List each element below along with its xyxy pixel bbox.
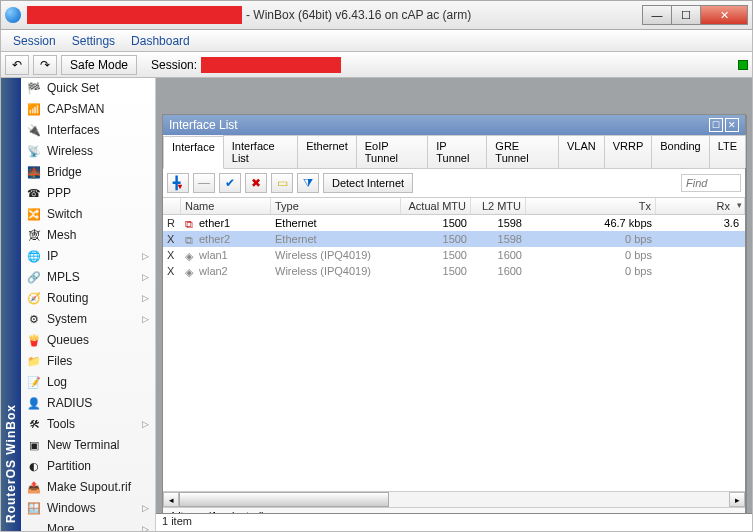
menu-settings[interactable]: Settings (64, 32, 123, 50)
sidebar-item-radius[interactable]: 👤RADIUS (21, 393, 155, 414)
cell-l2-mtu: 1598 (471, 217, 526, 229)
tab-gre-tunnel[interactable]: GRE Tunnel (486, 135, 559, 168)
sidebar-item-wireless[interactable]: 📡Wireless (21, 141, 155, 162)
interface-row[interactable]: X⧉ether2Ethernet150015980 bps (163, 231, 745, 247)
sidebar-label: RADIUS (47, 396, 92, 410)
redo-button[interactable]: ↷ (33, 55, 57, 75)
sidebar-item-bridge[interactable]: 🌉Bridge (21, 162, 155, 183)
comment-button[interactable]: ▭ (271, 173, 293, 193)
tab-eoip-tunnel[interactable]: EoIP Tunnel (356, 135, 428, 168)
tab-ethernet[interactable]: Ethernet (297, 135, 357, 168)
col-l2-mtu[interactable]: L2 MTU (471, 198, 526, 214)
sidebar-item-ppp[interactable]: ☎PPP (21, 183, 155, 204)
col-actual-mtu[interactable]: Actual MTU (401, 198, 471, 214)
panel-title-text: Interface List (169, 118, 238, 132)
sidebar-label: Queues (47, 333, 89, 347)
sidebar-icon: 🌐 (27, 249, 41, 263)
tab-interface-list[interactable]: Interface List (223, 135, 298, 168)
filter-button[interactable]: ⧩ (297, 173, 319, 193)
sidebar-item-tools[interactable]: 🛠Tools▷ (21, 414, 155, 435)
panel-close-button[interactable]: ✕ (725, 118, 739, 132)
sidebar-item-mpls[interactable]: 🔗MPLS▷ (21, 267, 155, 288)
sidebar-icon: 🏁 (27, 81, 41, 95)
sidebar-icon: 🌉 (27, 165, 41, 179)
sidebar-label: Switch (47, 207, 82, 221)
sidebar-icon: 📤 (27, 480, 41, 494)
sidebar-item-queues[interactable]: 🍟Queues (21, 330, 155, 351)
window-maximize-button[interactable]: ☐ (671, 5, 701, 25)
cell-actual-mtu: 1500 (401, 249, 471, 261)
detect-internet-button[interactable]: Detect Internet (323, 173, 413, 193)
interface-row[interactable]: R⧉ether1Ethernet1500159846.7 kbps3.6 (163, 215, 745, 231)
sidebar-label: Partition (47, 459, 91, 473)
sidebar-item-windows[interactable]: 🪟Windows▷ (21, 498, 155, 519)
sidebar-icon: ⚙ (27, 312, 41, 326)
scroll-track[interactable] (179, 492, 729, 507)
col-name[interactable]: Name (181, 198, 271, 214)
window-close-button[interactable]: ✕ (700, 5, 748, 25)
sidebar-item-partition[interactable]: ◐Partition (21, 456, 155, 477)
tab-interface[interactable]: Interface (163, 136, 224, 169)
scroll-right-button[interactable]: ▸ (729, 492, 745, 507)
submenu-arrow-icon: ▷ (142, 503, 149, 513)
undo-button[interactable]: ↶ (5, 55, 29, 75)
sidebar-item-more[interactable]: More▷ (21, 519, 155, 531)
interface-row[interactable]: X◈wlan1Wireless (IPQ4019)150016000 bps (163, 247, 745, 263)
grid-header: Name Type Actual MTU L2 MTU Tx Rx (163, 198, 745, 215)
tab-bonding[interactable]: Bonding (651, 135, 709, 168)
panel-toolbar: ╋▾ — ✔ ✖ ▭ ⧩ Detect Internet (163, 169, 745, 198)
panel-titlebar[interactable]: Interface List ☐ ✕ (163, 115, 745, 135)
sidebar-item-mesh[interactable]: 🕸Mesh (21, 225, 155, 246)
enable-button[interactable]: ✔ (219, 173, 241, 193)
cell-tx: 46.7 kbps (526, 217, 656, 229)
submenu-arrow-icon: ▷ (142, 251, 149, 261)
sidebar-item-files[interactable]: 📁Files (21, 351, 155, 372)
safe-mode-button[interactable]: Safe Mode (61, 55, 137, 75)
cell-l2-mtu: 1600 (471, 265, 526, 277)
sidebar-item-make-supout-rif[interactable]: 📤Make Supout.rif (21, 477, 155, 498)
find-input[interactable] (681, 174, 741, 192)
scroll-left-button[interactable]: ◂ (163, 492, 179, 507)
window-minimize-button[interactable]: — (642, 5, 672, 25)
sidebar-icon: ◐ (27, 459, 41, 473)
horizontal-scrollbar[interactable]: ◂ ▸ (163, 491, 745, 507)
disable-button[interactable]: ✖ (245, 173, 267, 193)
panel-restore-button[interactable]: ☐ (709, 118, 723, 132)
sidebar-item-quick-set[interactable]: 🏁Quick Set (21, 78, 155, 99)
scroll-thumb[interactable] (179, 492, 389, 507)
sidebar-icon: 🕸 (27, 228, 41, 242)
sidebar-label: Bridge (47, 165, 82, 179)
sidebar-item-switch[interactable]: 🔀Switch (21, 204, 155, 225)
tab-ip-tunnel[interactable]: IP Tunnel (427, 135, 487, 168)
remove-button[interactable]: — (193, 173, 215, 193)
col-tx[interactable]: Tx (526, 198, 656, 214)
interface-icon: ◈ (185, 266, 195, 276)
sidebar-label: CAPsMAN (47, 102, 104, 116)
sidebar-icon: 📁 (27, 354, 41, 368)
sidebar-icon: 🔗 (27, 270, 41, 284)
menu-dashboard[interactable]: Dashboard (123, 32, 198, 50)
sidebar-icon: 📝 (27, 375, 41, 389)
sidebar-item-interfaces[interactable]: 🔌Interfaces (21, 120, 155, 141)
col-status[interactable] (163, 198, 181, 214)
menu-session[interactable]: Session (5, 32, 64, 50)
sidebar-icon: 📶 (27, 102, 41, 116)
tab-vlan[interactable]: VLAN (558, 135, 605, 168)
cell-name: ◈wlan1 (181, 249, 271, 261)
sidebar-item-capsman[interactable]: 📶CAPsMAN (21, 99, 155, 120)
sidebar-icon: 🛠 (27, 417, 41, 431)
sidebar-item-new-terminal[interactable]: ▣New Terminal (21, 435, 155, 456)
col-type[interactable]: Type (271, 198, 401, 214)
sidebar-item-system[interactable]: ⚙System▷ (21, 309, 155, 330)
tab-lte[interactable]: LTE (709, 135, 746, 168)
sidebar-label: New Terminal (47, 438, 119, 452)
add-button[interactable]: ╋▾ (167, 173, 189, 193)
interface-icon: ◈ (185, 250, 195, 260)
sidebar-item-routing[interactable]: 🧭Routing▷ (21, 288, 155, 309)
interface-row[interactable]: X◈wlan2Wireless (IPQ4019)150016000 bps (163, 263, 745, 279)
col-rx[interactable]: Rx (656, 198, 745, 214)
sidebar-item-log[interactable]: 📝Log (21, 372, 155, 393)
tab-vrrp[interactable]: VRRP (604, 135, 653, 168)
sidebar-item-ip[interactable]: 🌐IP▷ (21, 246, 155, 267)
panel-tabs: InterfaceInterface ListEthernetEoIP Tunn… (163, 135, 745, 169)
